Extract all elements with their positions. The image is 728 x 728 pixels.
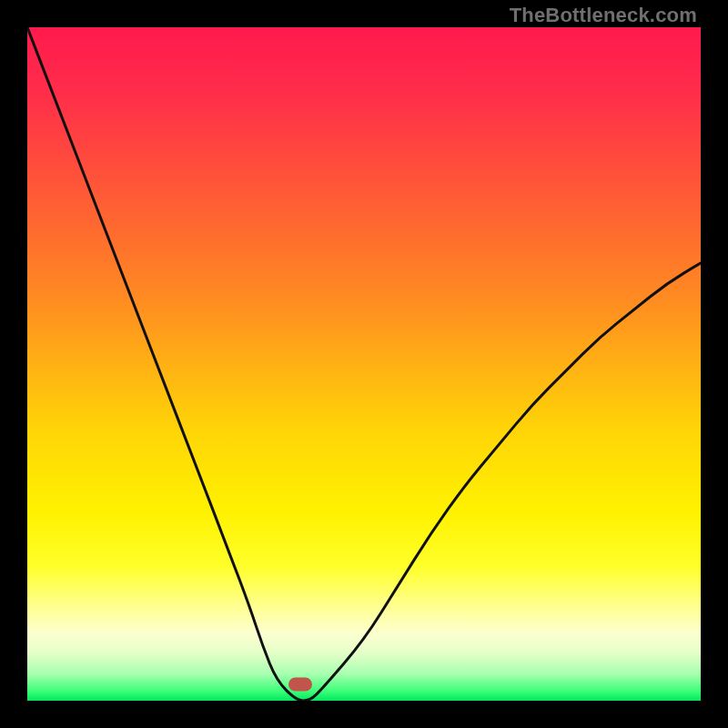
optimum-marker xyxy=(288,677,312,691)
curve-layer xyxy=(27,27,701,701)
plot-area xyxy=(27,27,701,701)
bottleneck-curve xyxy=(27,27,701,701)
chart-frame: TheBottleneck.com xyxy=(0,0,728,728)
watermark-text: TheBottleneck.com xyxy=(510,4,697,27)
